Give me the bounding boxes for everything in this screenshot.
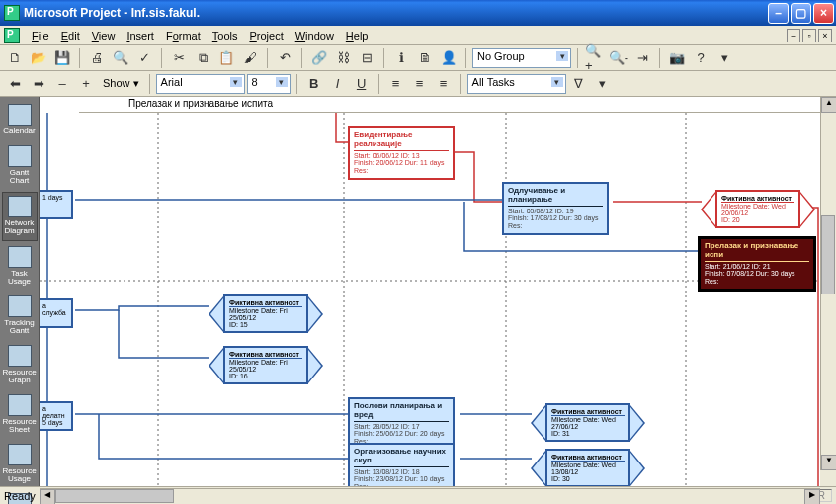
view-resource-usage[interactable]: Resource Usage	[2, 441, 38, 488]
italic-button[interactable]: I	[327, 73, 349, 95]
milestone-node-fiktivna-30[interactable]: Фиктивна активност Milestone Date: Wed 1…	[545, 449, 630, 486]
scroll-left-button[interactable]: ◀	[40, 489, 55, 504]
network-icon	[8, 196, 32, 217]
close-button[interactable]: ×	[813, 3, 834, 24]
format-painter-button[interactable]: 🖌	[239, 47, 261, 69]
task-node-organizovanje-skupova[interactable]: Организовање научних скуп Start: 13/08/1…	[348, 443, 455, 486]
toolbar-options-icon[interactable]: ▾	[713, 47, 735, 69]
view-calendar[interactable]: Calendar	[2, 101, 38, 140]
help-button[interactable]: ?	[690, 47, 711, 69]
app-icon	[4, 5, 20, 21]
scroll-corner	[820, 470, 836, 486]
milestone-node-fiktivna-20[interactable]: Фиктивна активност Milestone Date: Wed 2…	[715, 190, 800, 228]
view-network-diagram[interactable]: Network Diagram	[2, 192, 38, 241]
doc-close-button[interactable]: ×	[818, 29, 832, 42]
status-ready: Ready	[4, 490, 36, 502]
view-gantt-chart[interactable]: Gantt Chart	[2, 142, 38, 190]
filter-select[interactable]: All Tasks	[467, 74, 566, 94]
new-button[interactable]: 🗋	[4, 47, 26, 69]
zoom-in-button[interactable]: 🔍+	[584, 47, 606, 69]
outdent-button[interactable]: ⬅	[4, 73, 26, 95]
toolbar2-options-icon[interactable]: ▾	[592, 73, 614, 95]
view-tracking-gantt[interactable]: Tracking Gantt	[2, 293, 38, 340]
open-button[interactable]: 📂	[28, 47, 49, 69]
notes-button[interactable]: 🗎	[414, 47, 436, 69]
scroll-h-track[interactable]	[55, 489, 804, 504]
print-preview-button[interactable]: 🔍	[110, 47, 131, 69]
assign-resources-button[interactable]: 👤	[438, 47, 460, 69]
horizontal-scrollbar[interactable]: ◀ ▶	[40, 488, 820, 504]
scroll-down-button[interactable]: ▼	[821, 455, 836, 470]
window-title: Microsoft Project - Inf.sis.fakul.	[24, 6, 768, 20]
cut-button[interactable]: ✂	[168, 47, 190, 69]
align-left-button[interactable]: ≡	[385, 73, 407, 95]
underline-button[interactable]: U	[351, 73, 373, 95]
menu-file[interactable]: File	[26, 28, 55, 43]
menu-tools[interactable]: Tools	[207, 28, 244, 43]
hide-subtasks-button[interactable]: –	[51, 73, 73, 95]
view-resource-sheet[interactable]: Resource Sheet	[2, 391, 38, 439]
link-tasks-button[interactable]: 🔗	[308, 47, 330, 69]
indent-button[interactable]: ➡	[28, 73, 49, 95]
menu-format[interactable]: Format	[160, 28, 207, 43]
unlink-tasks-button[interactable]: ⛓	[332, 47, 354, 69]
menu-window[interactable]: Window	[290, 28, 340, 43]
scroll-h-thumb[interactable]	[55, 489, 174, 503]
menu-insert[interactable]: Insert	[121, 28, 160, 43]
milestone-node-fiktivna-31[interactable]: Фиктивна активност Milestone Date: Wed 2…	[545, 403, 630, 442]
scroll-v-thumb[interactable]	[821, 215, 835, 294]
font-select[interactable]: Arial	[156, 74, 245, 94]
show-menu[interactable]: Show ▾	[99, 77, 143, 90]
menubar: File Edit View Insert Format Tools Proje…	[0, 26, 836, 45]
task-info-button[interactable]: ℹ	[390, 47, 412, 69]
zoom-out-button[interactable]: 🔍-	[608, 47, 629, 69]
menu-view[interactable]: View	[86, 28, 122, 43]
gantt-icon	[8, 145, 32, 167]
view-task-usage[interactable]: Task Usage	[2, 243, 38, 291]
vertical-scrollbar[interactable]: ▲ ▼	[820, 97, 836, 470]
undo-button[interactable]: ↶	[274, 47, 295, 69]
menu-help[interactable]: Help	[340, 28, 375, 43]
group-by-select[interactable]: No Group	[472, 48, 571, 68]
doc-minimize-button[interactable]: –	[787, 29, 800, 42]
spelling-button[interactable]: ✓	[133, 47, 155, 69]
ressheet-icon	[8, 394, 32, 416]
network-diagram-canvas[interactable]: Прелазак и признавање испита	[40, 97, 836, 486]
scroll-up-button[interactable]: ▲	[821, 97, 836, 113]
calendar-icon	[8, 104, 32, 126]
paste-button[interactable]: 📋	[215, 47, 237, 69]
resgraph-icon	[8, 345, 32, 367]
save-button[interactable]: 💾	[51, 47, 73, 69]
show-subtasks-button[interactable]: +	[75, 73, 97, 95]
task-node-partial-1[interactable]: 1 days	[40, 190, 73, 219]
doc-restore-button[interactable]: ▫	[802, 29, 816, 42]
entry-bar[interactable]: Прелазак и признавање испита	[79, 97, 820, 113]
align-center-button[interactable]: ≡	[409, 73, 431, 95]
task-node-partial-3[interactable]: а делатн5 days	[40, 401, 73, 431]
menu-project[interactable]: Project	[243, 28, 289, 43]
task-node-evidentiranje[interactable]: Евидентирање реализације Start: 06/06/12…	[348, 126, 455, 180]
view-resource-graph[interactable]: Resource Graph	[2, 342, 38, 389]
titlebar: Microsoft Project - Inf.sis.fakul. – ▢ ×	[0, 0, 836, 26]
task-node-odlucivanje[interactable]: Одлучивање и планирање Start: 05/08/12 I…	[502, 182, 609, 235]
maximize-button[interactable]: ▢	[791, 3, 811, 24]
copy-picture-button[interactable]: 📷	[666, 47, 688, 69]
align-right-button[interactable]: ≡	[433, 73, 455, 95]
scroll-right-button[interactable]: ▶	[804, 489, 820, 504]
bold-button[interactable]: B	[303, 73, 325, 95]
minimize-button[interactable]: –	[768, 3, 789, 24]
menu-edit[interactable]: Edit	[55, 28, 86, 43]
task-node-partial-2[interactable]: а служба	[40, 298, 73, 328]
scroll-v-track[interactable]	[821, 113, 836, 455]
go-to-task-button[interactable]: ⇥	[631, 47, 653, 69]
autofilter-button[interactable]: ∇	[568, 73, 590, 95]
split-task-button[interactable]: ⊟	[356, 47, 377, 69]
window-controls: – ▢ ×	[768, 3, 834, 24]
doc-icon[interactable]	[4, 28, 20, 43]
font-size-select[interactable]: 8	[247, 74, 291, 94]
milestone-node-fiktivna-15[interactable]: Фиктивна активност Milestone Date: Fri 2…	[223, 294, 308, 333]
copy-button[interactable]: ⧉	[192, 47, 213, 69]
task-node-prelazak-selected[interactable]: Прелазак и признавање испи Start: 21/06/…	[698, 236, 816, 292]
print-button[interactable]: 🖨	[86, 47, 108, 69]
milestone-node-fiktivna-16[interactable]: Фиктивна активност Milestone Date: Fri 2…	[223, 346, 308, 384]
